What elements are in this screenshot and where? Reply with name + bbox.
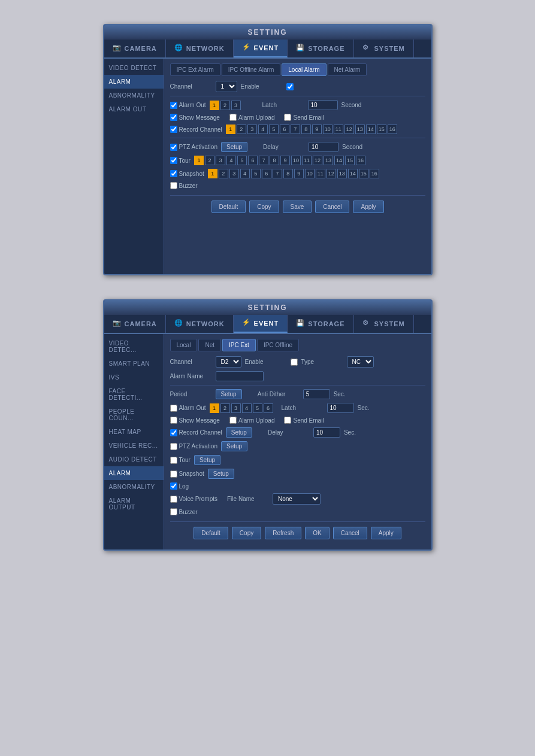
alarm-upload-label-1[interactable]: Alarm Upload — [229, 114, 275, 121]
ab2-3[interactable]: 3 — [231, 403, 241, 413]
ab2-1[interactable]: 1 — [210, 403, 219, 413]
sb-6[interactable]: 6 — [262, 169, 271, 178]
delay-input-1[interactable] — [309, 142, 338, 152]
subtab-net-alarm-1[interactable]: Net Alarm — [328, 63, 367, 76]
log-cb-label-2[interactable]: Log — [170, 482, 189, 490]
tb-11[interactable]: 11 — [302, 156, 312, 165]
rcb-12[interactable]: 12 — [344, 125, 354, 134]
send-email-cb-2[interactable] — [284, 417, 291, 424]
buzzer-cb-label-2[interactable]: Buzzer — [170, 508, 198, 515]
subtab-ipc-ext-2[interactable]: IPC Ext — [222, 339, 256, 351]
show-message-cb-1[interactable] — [170, 114, 177, 121]
sb-4[interactable]: 4 — [240, 169, 250, 178]
subtab-ipc-offline-2[interactable]: IPC Offline — [257, 339, 299, 351]
channel-select-1[interactable]: 1234 — [216, 81, 237, 92]
tour-cb-2[interactable] — [170, 457, 177, 464]
channel-select-2[interactable]: D2D1D3 — [216, 356, 241, 368]
apply-btn-2[interactable]: Apply — [371, 527, 401, 539]
tour-label-1[interactable]: Tour — [170, 157, 191, 164]
tab-storage-2[interactable]: 💾 STORAGE — [288, 315, 353, 333]
tb-12[interactable]: 12 — [313, 156, 322, 165]
sb-12[interactable]: 12 — [327, 169, 336, 178]
sidebar-face-detect-2[interactable]: FACE DETECTI... — [104, 384, 164, 405]
sb-16[interactable]: 16 — [370, 169, 379, 178]
subtab-ipc-ext-1[interactable]: IPC Ext Alarm — [170, 63, 220, 76]
tab-camera-2[interactable]: 📷 CAMERA — [104, 315, 166, 333]
tb-5[interactable]: 5 — [237, 156, 247, 165]
record-channel-setup-btn-2[interactable]: Setup — [226, 427, 252, 438]
alarm-out-cb-label-2[interactable]: Alarm Out — [170, 405, 206, 412]
rcb-9[interactable]: 9 — [312, 125, 322, 134]
record-channel-cb-2[interactable] — [170, 429, 177, 436]
tb-15[interactable]: 15 — [345, 156, 355, 165]
buzzer-label-1[interactable]: Buzzer — [170, 182, 198, 189]
sidebar-audio-detect-2[interactable]: AUDIO DETECT — [104, 453, 164, 466]
tb-13[interactable]: 13 — [324, 156, 333, 165]
tb-10[interactable]: 10 — [291, 156, 301, 165]
sidebar-vehicle-rec-2[interactable]: VEHICLE REC... — [104, 439, 164, 453]
rcb-8[interactable]: 8 — [301, 125, 311, 134]
tb-14[interactable]: 14 — [334, 156, 344, 165]
copy-btn-1[interactable]: Copy — [249, 201, 279, 213]
tb-1[interactable]: 1 — [194, 156, 204, 165]
rcb-10[interactable]: 10 — [323, 125, 333, 134]
tb-3[interactable]: 3 — [216, 156, 225, 165]
tab-event-2[interactable]: ⚡ EVENT — [234, 315, 288, 333]
sb-9[interactable]: 9 — [294, 169, 304, 178]
send-email-cb-label-2[interactable]: Send Email — [284, 417, 324, 424]
alarm-out-checkbox-1[interactable] — [170, 102, 177, 109]
alarm-box-2[interactable]: 2 — [220, 101, 230, 110]
show-message-cb-2[interactable] — [170, 417, 177, 424]
tab-system-1[interactable]: ⚙ SYSTEM — [354, 40, 414, 57]
save-btn-1[interactable]: Save — [283, 201, 312, 213]
rcb-6[interactable]: 6 — [280, 125, 289, 134]
rcb-3[interactable]: 3 — [247, 125, 257, 134]
rcb-11[interactable]: 11 — [334, 125, 343, 134]
ptz-cb-1[interactable] — [170, 144, 177, 151]
alarm-upload-cb-1[interactable] — [229, 114, 237, 121]
snapshot-cb-2[interactable] — [170, 470, 177, 478]
tab-network-2[interactable]: 🌐 NETWORK — [166, 315, 234, 333]
tab-event-1[interactable]: ⚡ EVENT — [234, 40, 288, 57]
log-cb-2[interactable] — [170, 482, 177, 490]
file-name-select-2[interactable]: None — [273, 493, 321, 505]
tb-6[interactable]: 6 — [248, 156, 258, 165]
sidebar-heat-map-2[interactable]: HEAT MAP — [104, 425, 164, 439]
ptz-setup-btn-1[interactable]: Setup — [221, 142, 247, 152]
alarm-out-checkbox-label-1[interactable]: Alarm Out — [170, 102, 206, 109]
ptz-setup-btn-2[interactable]: Setup — [221, 441, 247, 451]
sb-8[interactable]: 8 — [283, 169, 293, 178]
latch-input-2[interactable] — [327, 403, 354, 413]
subtab-local-alarm-1[interactable]: Local Alarm — [282, 63, 326, 76]
ptz-cb-label-2[interactable]: PTZ Activation — [170, 443, 217, 450]
sidebar-smart-plan-2[interactable]: SMART PLAN — [104, 357, 164, 371]
alarm-upload-cb-label-2[interactable]: Alarm Upload — [229, 417, 275, 424]
alarm-name-input-2[interactable] — [216, 371, 264, 381]
enable-checkbox-1[interactable] — [286, 83, 294, 90]
ab2-4[interactable]: 4 — [242, 403, 252, 413]
tour-setup-btn-2[interactable]: Setup — [194, 455, 220, 465]
rcb-7[interactable]: 7 — [291, 125, 300, 134]
ab2-5[interactable]: 5 — [253, 403, 262, 413]
sidebar-abnormality-2[interactable]: ABNORMALITY — [104, 480, 164, 494]
subtab-net-2[interactable]: Net — [198, 339, 221, 351]
tab-system-2[interactable]: ⚙ SYSTEM — [354, 315, 414, 333]
latch-input-1[interactable] — [308, 100, 338, 110]
subtab-ipc-offline-1[interactable]: IPC Offline Alarm — [222, 63, 281, 76]
tab-camera-1[interactable]: 📷 CAMERA — [104, 40, 166, 57]
subtab-local-2[interactable]: Local — [170, 339, 198, 351]
rcb-5[interactable]: 5 — [269, 125, 279, 134]
sidebar-video-detect-2[interactable]: VIDEO DETEC... — [104, 336, 164, 357]
rcb-15[interactable]: 15 — [377, 125, 386, 134]
show-message-label-1[interactable]: Show Message — [170, 114, 220, 121]
ok-btn-2[interactable]: OK — [305, 527, 329, 539]
buzzer-cb-2[interactable] — [170, 508, 177, 515]
record-channel-cb-label-2[interactable]: Record Channel — [170, 429, 222, 436]
snapshot-label-1[interactable]: Snapshot — [170, 170, 204, 177]
anti-dither-input-2[interactable] — [303, 389, 330, 399]
sb-15[interactable]: 15 — [359, 169, 368, 178]
tb-4[interactable]: 4 — [226, 156, 236, 165]
rcb-2[interactable]: 2 — [237, 125, 246, 134]
sb-3[interactable]: 3 — [229, 169, 239, 178]
sidebar-alarm-2[interactable]: ALARM — [104, 466, 164, 480]
